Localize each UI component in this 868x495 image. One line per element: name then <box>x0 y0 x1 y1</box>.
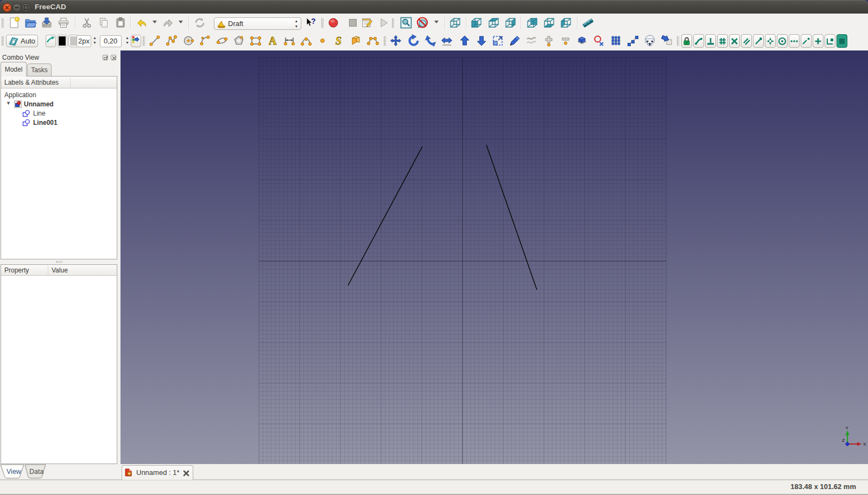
svg-text:S: S <box>335 35 341 47</box>
svg-text:Y: Y <box>846 426 849 430</box>
svg-text:X: X <box>863 442 866 447</box>
svg-text:?: ? <box>311 17 316 26</box>
svg-text:A: A <box>269 35 277 47</box>
svg-text:View: View <box>7 468 22 475</box>
svg-text:Data: Data <box>29 468 43 475</box>
svg-text:Z: Z <box>842 438 845 443</box>
